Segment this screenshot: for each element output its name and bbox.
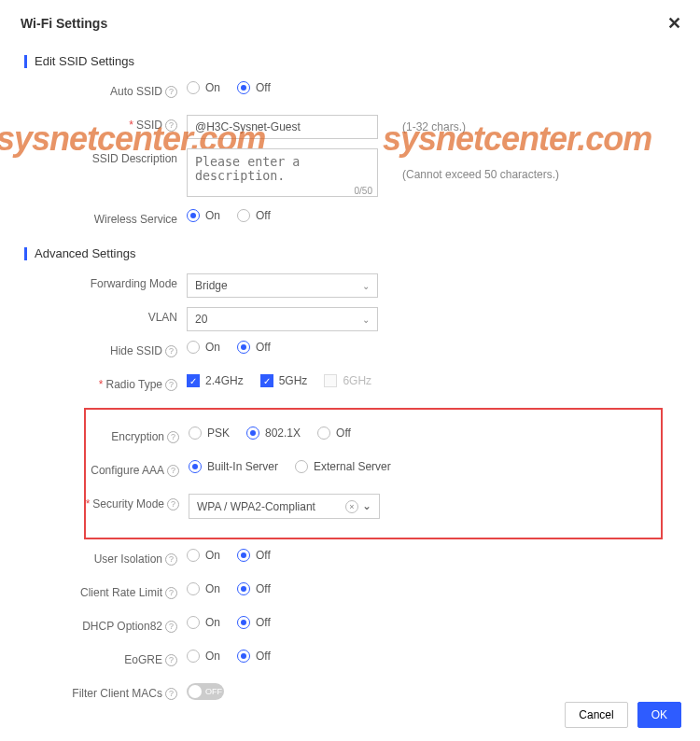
vlan-select[interactable]: 20⌄ (187, 307, 378, 331)
dhcp82-off[interactable]: Off (237, 616, 271, 629)
filter-mac-label: Filter Client MACs (72, 687, 162, 700)
auto-ssid-label: Auto SSID (110, 85, 162, 98)
vlan-label: VLAN (148, 311, 177, 324)
eogre-on[interactable]: On (187, 650, 220, 663)
aaa-external[interactable]: External Server (295, 460, 391, 473)
chevron-down-icon: ⌄ (362, 499, 371, 512)
hide-ssid-label: Hide SSID (110, 344, 162, 357)
aaa-builtin[interactable]: Built-In Server (189, 460, 278, 473)
chevron-down-icon: ⌄ (362, 281, 370, 291)
page-title: Wi-Fi Settings (21, 16, 107, 31)
wireless-label: Wireless Service (94, 213, 177, 226)
security-mode-label: Security Mode (92, 497, 164, 510)
configure-aaa-label: Configure AAA (91, 464, 164, 477)
hide-ssid-on[interactable]: On (187, 341, 220, 354)
radio-24ghz-checkbox[interactable]: ✓2.4GHz (187, 374, 244, 387)
help-icon[interactable]: ? (165, 654, 177, 666)
help-icon[interactable]: ? (167, 498, 179, 510)
dhcp82-label: DHCP Option82 (82, 620, 162, 633)
ssid-description-input[interactable] (187, 148, 378, 197)
encryption-psk[interactable]: PSK (189, 426, 230, 440)
user-iso-on[interactable]: On (187, 549, 220, 562)
help-icon[interactable]: ? (165, 621, 177, 633)
radio-type-label: Radio Type (106, 378, 163, 391)
ssid-label: SSID (136, 119, 162, 132)
encryption-off[interactable]: Off (317, 426, 351, 440)
help-icon[interactable]: ? (165, 587, 177, 599)
radio-5ghz-checkbox[interactable]: ✓5GHz (260, 374, 308, 387)
section-advanced: Advanced Settings (24, 246, 700, 260)
section-edit-ssid: Edit SSID Settings (24, 54, 700, 68)
help-icon[interactable]: ? (165, 345, 177, 357)
help-icon[interactable]: ? (165, 379, 177, 391)
wireless-off[interactable]: Off (237, 209, 271, 222)
close-icon[interactable]: ✕ (667, 13, 681, 34)
cancel-button[interactable]: Cancel (565, 702, 627, 728)
help-icon[interactable]: ? (167, 431, 179, 443)
rate-limit-on[interactable]: On (187, 582, 220, 595)
hide-ssid-off[interactable]: Off (237, 341, 271, 354)
ssid-desc-label: SSID Description (92, 152, 177, 165)
ok-button[interactable]: OK (637, 702, 681, 728)
chevron-down-icon: ⌄ (362, 315, 370, 325)
rate-limit-label: Client Rate Limit (80, 586, 162, 599)
forwarding-mode-select[interactable]: Bridge⌄ (187, 273, 378, 298)
security-mode-select[interactable]: WPA / WPA2-Compliant ×⌄ (189, 494, 380, 519)
help-icon[interactable]: ? (167, 465, 179, 477)
fwd-mode-label: Forwarding Mode (91, 277, 177, 290)
radio-6ghz-checkbox: 6GHz (324, 374, 371, 387)
ssid-hint: (1-32 chars.) (402, 120, 466, 133)
eogre-off[interactable]: Off (237, 650, 271, 663)
auto-ssid-off[interactable]: Off (237, 81, 271, 94)
user-isolation-label: User Isolation (94, 552, 162, 566)
security-highlight-box: Encryption? PSK 802.1X Off Configure AAA… (84, 408, 663, 539)
clear-icon[interactable]: × (345, 500, 358, 513)
desc-hint: (Cannot exceed 50 characters.) (402, 168, 559, 181)
desc-counter: 0/50 (355, 186, 372, 196)
ssid-input[interactable] (187, 115, 378, 139)
dhcp82-on[interactable]: On (187, 616, 220, 629)
user-iso-off[interactable]: Off (237, 549, 271, 562)
help-icon[interactable]: ? (165, 688, 177, 700)
help-icon[interactable]: ? (165, 553, 177, 566)
rate-limit-off[interactable]: Off (237, 582, 271, 595)
auto-ssid-on[interactable]: On (187, 81, 220, 94)
help-icon[interactable]: ? (165, 86, 177, 98)
encryption-label: Encryption (111, 430, 164, 443)
eogre-label: EoGRE (124, 653, 162, 666)
wireless-on[interactable]: On (187, 209, 220, 222)
filter-mac-toggle[interactable]: OFF (187, 683, 224, 700)
encryption-8021x[interactable]: 802.1X (246, 426, 301, 440)
help-icon[interactable]: ? (165, 119, 177, 132)
